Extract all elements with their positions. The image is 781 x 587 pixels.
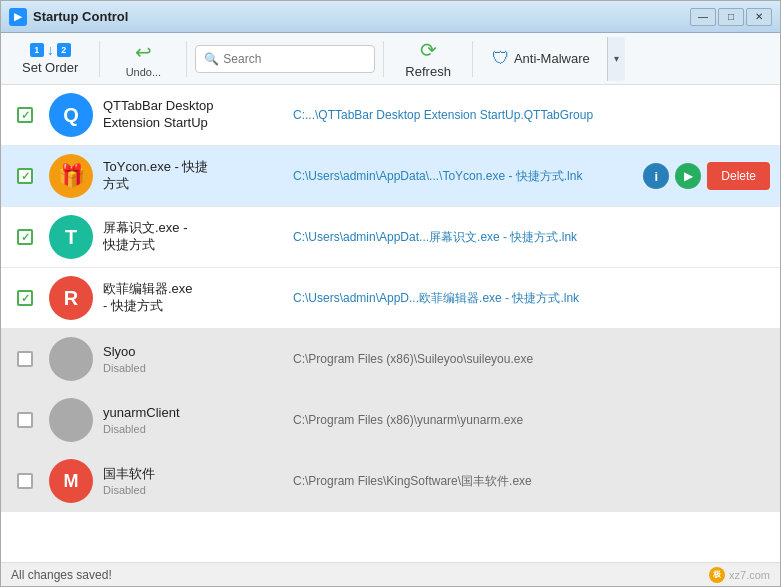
item-info: ToYcon.exe - 快捷 方式 xyxy=(103,159,283,193)
set-order-icons: 1 ↓ 2 xyxy=(30,42,71,58)
window-title: Startup Control xyxy=(33,9,128,24)
main-window: ▶ Startup Control — □ ✕ 1 ↓ 2 Set Order … xyxy=(0,0,781,587)
item-checkbox[interactable] xyxy=(17,290,33,306)
app-logo: T xyxy=(49,215,93,259)
item-info: 国丰软件Disabled xyxy=(103,466,283,497)
separator-2 xyxy=(186,41,187,77)
item-path: C:\Users\admin\AppD...欧菲编辑器.exe - 快捷方式.l… xyxy=(283,290,770,307)
status-message: All changes saved! xyxy=(11,568,112,582)
item-checkbox[interactable] xyxy=(17,168,33,184)
antimalware-label: Anti-Malware xyxy=(514,51,590,66)
undo-icon: ↩ xyxy=(135,40,152,64)
checkbox-area xyxy=(11,473,39,489)
list-item[interactable]: SlyooDisabledC:\Program Files (x86)\Suil… xyxy=(1,329,780,390)
set-order-button[interactable]: 1 ↓ 2 Set Order xyxy=(9,37,91,81)
watermark-logo: 极 xyxy=(709,567,725,583)
item-path: C:\Program Files (x86)\Suileyoo\suileyou… xyxy=(283,352,770,366)
item-checkbox[interactable] xyxy=(17,107,33,123)
refresh-icon: ⟳ xyxy=(420,38,437,62)
item-path: C:\Program Files (x86)\yunarm\yunarm.exe xyxy=(283,413,770,427)
search-box[interactable]: 🔍 xyxy=(195,45,375,73)
sort-arrow-icon: ↓ xyxy=(47,42,54,58)
checkbox-area xyxy=(11,229,39,245)
title-bar-left: ▶ Startup Control xyxy=(9,8,128,26)
list-item[interactable]: R欧菲编辑器.exe - 快捷方式C:\Users\admin\AppD...欧… xyxy=(1,268,780,329)
content-area: QQTTabBar Desktop Extension StartUpC:...… xyxy=(1,85,780,562)
window-controls: — □ ✕ xyxy=(690,8,772,26)
delete-button[interactable]: Delete xyxy=(707,162,770,190)
item-info: QTTabBar Desktop Extension StartUp xyxy=(103,98,283,132)
list-item[interactable]: QQTTabBar Desktop Extension StartUpC:...… xyxy=(1,85,780,146)
list-item[interactable]: T屏幕识文.exe - 快捷方式C:\Users\admin\AppDat...… xyxy=(1,207,780,268)
item-name: 国丰软件 xyxy=(103,466,283,483)
refresh-button[interactable]: ⟳ Refresh xyxy=(392,37,464,81)
item-checkbox[interactable] xyxy=(17,229,33,245)
chevron-down-icon: ▾ xyxy=(614,53,619,64)
checkbox-area xyxy=(11,290,39,306)
refresh-label: Refresh xyxy=(405,64,451,79)
close-button[interactable]: ✕ xyxy=(746,8,772,26)
undo-button[interactable]: ↩ Undo... xyxy=(108,37,178,81)
title-bar: ▶ Startup Control — □ ✕ xyxy=(1,1,780,33)
item-path: C:...\QTTabBar Desktop Extension StartUp… xyxy=(283,108,770,122)
item-checkbox[interactable] xyxy=(17,473,33,489)
app-logo xyxy=(49,398,93,442)
item-info: yunarmClientDisabled xyxy=(103,405,283,436)
item-path: C:\Users\admin\AppDat...屏幕识文.exe - 快捷方式.… xyxy=(283,229,770,246)
app-logo: 🎁 xyxy=(49,154,93,198)
set-order-label: Set Order xyxy=(22,60,78,75)
toolbar: 1 ↓ 2 Set Order ↩ Undo... 🔍 ⟳ Refresh � xyxy=(1,33,780,85)
num2-icon: 2 xyxy=(57,43,71,57)
num1-icon: 1 xyxy=(30,43,44,57)
info-button[interactable]: i xyxy=(643,163,669,189)
item-info: 屏幕识文.exe - 快捷方式 xyxy=(103,220,283,254)
checkbox-area xyxy=(11,412,39,428)
checkbox-area xyxy=(11,107,39,123)
item-info: SlyooDisabled xyxy=(103,344,283,375)
checkbox-area xyxy=(11,168,39,184)
maximize-button[interactable]: □ xyxy=(718,8,744,26)
search-icon: 🔍 xyxy=(204,52,219,66)
app-icon: ▶ xyxy=(9,8,27,26)
app-logo xyxy=(49,337,93,381)
status-bar: All changes saved! 极 xz7.com xyxy=(1,562,780,586)
item-status: Disabled xyxy=(103,423,283,435)
app-logo: M xyxy=(49,459,93,503)
item-name: 屏幕识文.exe - 快捷方式 xyxy=(103,220,283,254)
item-path: C:\Program Files\KingSoftware\国丰软件.exe xyxy=(283,473,770,490)
watermark-text: xz7.com xyxy=(729,569,770,581)
item-name: 欧菲编辑器.exe - 快捷方式 xyxy=(103,281,283,315)
watermark: 极 xz7.com xyxy=(709,567,770,583)
item-actions: i▶Delete xyxy=(643,162,770,190)
search-input[interactable] xyxy=(223,52,366,66)
play-button[interactable]: ▶ xyxy=(675,163,701,189)
checkbox-area xyxy=(11,351,39,367)
item-status: Disabled xyxy=(103,484,283,496)
app-logo: Q xyxy=(49,93,93,137)
antimalware-dropdown-button[interactable]: ▾ xyxy=(607,37,625,81)
separator-3 xyxy=(383,41,384,77)
item-name: Slyoo xyxy=(103,344,283,361)
app-logo: R xyxy=(49,276,93,320)
item-checkbox[interactable] xyxy=(17,351,33,367)
item-name: QTTabBar Desktop Extension StartUp xyxy=(103,98,283,132)
item-name: yunarmClient xyxy=(103,405,283,422)
list-item[interactable]: 🎁ToYcon.exe - 快捷 方式C:\Users\admin\AppDat… xyxy=(1,146,780,207)
undo-label: Undo... xyxy=(126,66,161,78)
antimalware-button[interactable]: 🛡 Anti-Malware xyxy=(481,37,601,81)
item-checkbox[interactable] xyxy=(17,412,33,428)
minimize-button[interactable]: — xyxy=(690,8,716,26)
list-item[interactable]: yunarmClientDisabledC:\Program Files (x8… xyxy=(1,390,780,451)
item-status: Disabled xyxy=(103,362,283,374)
item-name: ToYcon.exe - 快捷 方式 xyxy=(103,159,283,193)
separator-4 xyxy=(472,41,473,77)
item-info: 欧菲编辑器.exe - 快捷方式 xyxy=(103,281,283,315)
shield-icon: 🛡 xyxy=(492,48,510,69)
separator-1 xyxy=(99,41,100,77)
list-item[interactable]: M国丰软件DisabledC:\Program Files\KingSoftwa… xyxy=(1,451,780,512)
item-path: C:\Users\admin\AppData\...\ToYcon.exe - … xyxy=(283,168,643,185)
